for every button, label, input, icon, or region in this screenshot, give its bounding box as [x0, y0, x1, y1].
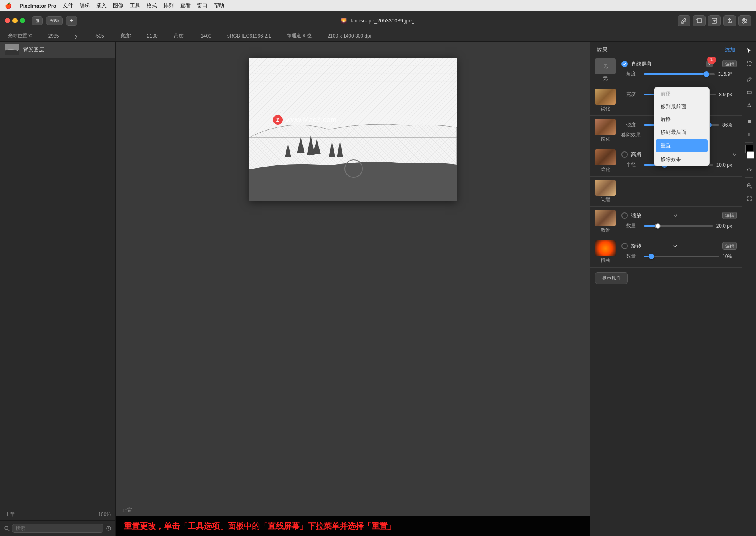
layer-item-background[interactable]: 背景图层 [0, 42, 115, 58]
context-dropdown-menu[interactable]: 前移 移到最前面 后移 移到最后面 重置 移除效果 [654, 87, 710, 166]
zoom-amount-slider[interactable] [644, 225, 713, 227]
menu-window[interactable]: 窗口 [197, 2, 207, 9]
effect-enable-rotate[interactable] [621, 243, 628, 249]
menu-format[interactable]: 格式 [147, 2, 157, 9]
search-bar [0, 520, 115, 536]
effect-thumbnail-rotate [595, 240, 616, 256]
effect-section-glow: 闪耀 [590, 178, 742, 205]
sidebar-toggle-button[interactable]: ⊞ [32, 16, 43, 25]
export-button[interactable] [708, 15, 721, 26]
cursor-x-value: 2985 [48, 33, 59, 39]
right-toolbar: T [742, 42, 756, 536]
minimize-button[interactable] [12, 18, 18, 23]
effect-name-zoom: 缩放 [631, 212, 670, 219]
zoom-dropdown-arrow[interactable] [673, 214, 677, 217]
close-button[interactable] [5, 18, 10, 23]
toolbar-separator-4 [745, 161, 753, 161]
radius-value: 10.0 px [716, 162, 732, 168]
divider-5 [590, 206, 742, 207]
filter-icon[interactable] [106, 526, 111, 531]
menu-tools[interactable]: 工具 [130, 2, 140, 9]
dropdown-item-back-all[interactable]: 移到最后面 [654, 126, 709, 139]
color-swatch-background[interactable] [747, 151, 754, 159]
paint-tool-button[interactable] [744, 74, 755, 85]
rotate-amount-label: 数量 [626, 253, 641, 260]
text-tool-button[interactable]: T [744, 129, 755, 140]
effect-enable-blur[interactable] [621, 151, 628, 158]
menu-view[interactable]: 查看 [180, 2, 191, 9]
add-effect-button[interactable]: 添加 [725, 46, 735, 54]
shape-tool-button[interactable] [744, 116, 755, 127]
pen-tool-button[interactable] [678, 15, 690, 26]
rotate-amount-slider[interactable] [644, 256, 719, 257]
effects-tool-button[interactable] [744, 164, 755, 175]
toolbar-separator-2 [745, 113, 753, 113]
menu-insert[interactable]: 插入 [96, 2, 107, 9]
effect-label-blur: 柔化 [601, 166, 610, 173]
menu-edit[interactable]: 编辑 [80, 2, 90, 9]
angle-control-row: 角度 316.9° [621, 70, 737, 78]
svg-line-13 [8, 529, 9, 531]
dropdown-item-back[interactable]: 后移 [654, 113, 709, 126]
sharpness-value: 86% [722, 122, 732, 128]
show-original-button[interactable]: 显示原件 [595, 272, 628, 284]
zoom-tool-button[interactable] [744, 180, 755, 191]
effect-thumb-section-4: 柔化 [595, 149, 616, 173]
effect-edit-button-1[interactable]: 编辑 [722, 60, 737, 67]
width-label-sharpen: 宽度 [626, 91, 641, 98]
adjustments-button[interactable] [738, 15, 751, 26]
svg-rect-25 [747, 61, 751, 65]
toolbar-right [678, 15, 751, 26]
search-input[interactable] [12, 524, 103, 533]
menu-image[interactable]: 图像 [113, 2, 123, 9]
effect-edit-rotate[interactable]: 编辑 [722, 242, 737, 250]
canvas-container: Z www.MacZ.com [249, 58, 457, 201]
effect-thumbnail-sharpen1 [595, 89, 616, 105]
dropdown-item-remove[interactable]: 移除效果 [654, 153, 709, 166]
canvas-area[interactable]: Z www.MacZ.com 正常 重置更改，单击「工具选项」面板中的「直线屏幕… [116, 42, 590, 536]
layer-name: 背景图层 [23, 46, 44, 53]
effect-thumbnail-none: 无 [595, 58, 616, 74]
eraser-tool-button[interactable] [744, 87, 755, 98]
divider-6 [590, 237, 742, 237]
menu-arrange[interactable]: 排列 [163, 2, 174, 9]
apple-menu[interactable]: 🍎 [5, 2, 12, 9]
rotate-dropdown-arrow[interactable] [673, 245, 677, 247]
menu-file[interactable]: 文件 [63, 2, 73, 9]
effect-edit-zoom[interactable]: 编辑 [722, 212, 737, 219]
effect-enable-zoom[interactable] [621, 212, 628, 219]
effect-name-rotate: 旋转 [631, 242, 670, 250]
pen-tool-button-right[interactable] [744, 99, 755, 111]
share-button[interactable] [723, 15, 736, 26]
svg-line-29 [750, 187, 752, 188]
remove-effect-label[interactable]: 移除效果 [621, 132, 641, 137]
effect-thumb-section-6: 散景 [595, 210, 616, 234]
effect-thumb-section-7: 扭曲 [595, 240, 616, 264]
bit-depth: 每通道 8 位 [287, 32, 311, 39]
effect-dropdown-button-1[interactable]: 1 [706, 61, 713, 67]
blur-dropdown-arrow[interactable] [733, 153, 737, 156]
effect-enable-checkbox-1[interactable] [621, 61, 628, 67]
canvas-image [249, 58, 457, 201]
angle-slider[interactable] [644, 73, 715, 75]
dropdown-item-reset[interactable]: 重置 [656, 139, 708, 152]
step-badge-1: 1 [707, 57, 716, 64]
maximize-button[interactable] [20, 18, 25, 23]
search-icon [4, 526, 10, 531]
cursor-y-value: -505 [95, 33, 104, 39]
add-tab-button[interactable]: + [66, 16, 77, 26]
select-tool-button[interactable] [744, 45, 755, 56]
effects-title: 效果 [597, 46, 608, 54]
marquee-tool-button[interactable] [744, 58, 755, 69]
watermark-icon: Z [273, 115, 283, 125]
zoom-selector[interactable]: 36% [46, 16, 63, 25]
menubar: 🍎 Pixelmator Pro 文件 编辑 插入 图像 工具 格式 排列 查看… [0, 0, 756, 11]
dropdown-item-front[interactable]: 移到最前面 [654, 100, 709, 113]
effects-scroll-area[interactable]: 无 无 直线屏幕 1 编辑 [590, 57, 742, 536]
menu-help[interactable]: 帮助 [214, 2, 224, 9]
crop-tool-button[interactable] [693, 15, 706, 26]
blend-mode-normal[interactable]: 正常 [5, 511, 15, 518]
dropdown-item-prev: 前移 [654, 87, 709, 100]
expand-button[interactable] [744, 193, 755, 204]
app-name-menu[interactable]: Pixelmator Pro [20, 3, 56, 9]
